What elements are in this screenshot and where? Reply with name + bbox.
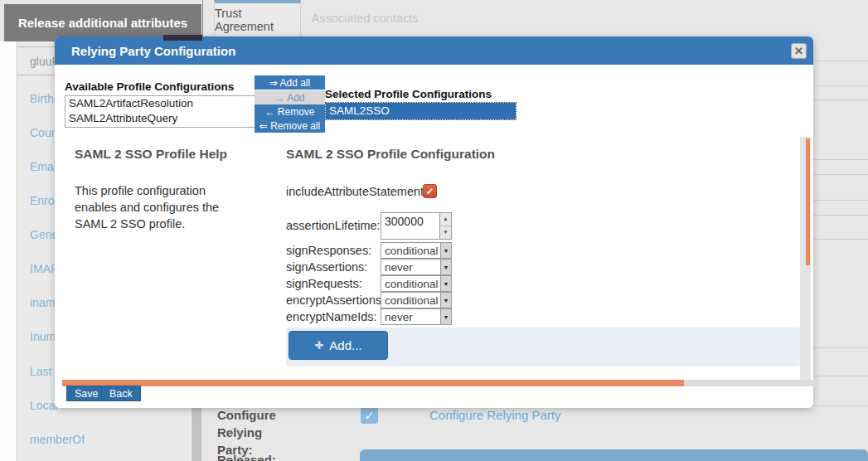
include-attribute-statement-checkbox[interactable]: ✓ [423,184,437,198]
dialog-titlebar[interactable]: Relying Party Configuration [55,36,813,65]
check-icon: ✓ [425,186,434,197]
back-button[interactable]: Back [101,386,141,401]
spinner-buttons: ▲ ▼ [439,213,451,239]
screen: Release additional attributes Trust Agre… [0,0,868,461]
chevron-down-icon[interactable]: ▼ [440,309,451,324]
close-icon[interactable]: ✕ [791,43,807,59]
list-item-saml2attributequery[interactable]: SAML2AttributeQuery [65,111,257,126]
chevron-down-icon[interactable]: ▼ [440,276,451,291]
sign-requests-label: signRequests: [286,277,362,290]
remove-all-button[interactable]: ⇐ Remove all [255,119,325,133]
remove-button[interactable]: ← Remove [255,104,325,119]
encrypt-assertions-label: encryptAssertions: [286,294,385,307]
assertion-lifetime-value[interactable]: 300000 [381,213,439,239]
configure-relying-party-label: Configure Relying Party: [217,406,300,459]
sign-responses-select[interactable]: conditional ▼ [381,242,452,259]
chevron-down-icon[interactable]: ▼ [440,260,451,274]
add-all-button[interactable]: ⇒ Add all [255,75,325,90]
plus-icon: ✚ [314,339,323,352]
select-bleed-artifact [163,35,202,41]
content-left-border [202,0,203,36]
configure-relying-party-checkbox[interactable]: ✓ [361,406,378,424]
spinner-up-icon[interactable]: ▲ [440,213,451,226]
sign-requests-value: conditional [385,277,439,291]
sign-assertions-value: never [385,260,413,274]
horizontal-scrollbar[interactable] [62,380,817,386]
profile-configuration-title: SAML 2 SSO Profile Configuration [286,147,495,162]
page-left-margin [0,41,17,461]
encrypt-nameids-label: encryptNameIds: [286,310,377,323]
relying-party-configuration-dialog: Relying Party Configuration ✕ Available … [55,36,813,408]
profile-help-text: This profile configuration enables and c… [75,182,236,232]
spinner-down-icon[interactable]: ▼ [440,226,451,240]
configure-relying-party-link[interactable]: Configure Relying Party [429,408,560,422]
sign-responses-label: signResponses: [286,244,371,257]
chevron-down-icon[interactable]: ▼ [440,293,451,308]
encrypt-nameids-select[interactable]: never ▼ [381,308,452,325]
encrypt-assertions-select[interactable]: conditional ▼ [381,292,452,308]
available-profiles-listbox[interactable]: SAML2ArtifactResolution SAML2AttributeQu… [65,95,258,128]
profile-help-title: SAML 2 SSO Profile Help [75,147,227,162]
vertical-scrollbar-thumb[interactable] [806,138,810,265]
assertion-lifetime-spinner[interactable]: 300000 ▲ ▼ [381,212,452,240]
horizontal-scrollbar-thumb[interactable] [62,380,684,386]
chevron-down-icon[interactable]: ▼ [440,243,451,258]
assertion-lifetime-label: assertionLifetime: [286,219,381,232]
add-button-label: Add... [329,338,361,352]
sign-assertions-select[interactable]: never ▼ [381,259,452,275]
sign-assertions-label: signAssertions: [286,260,367,274]
released-list-bar[interactable] [360,449,868,461]
include-attribute-statement-label: includeAttributeStatement: [286,185,427,198]
sign-requests-select[interactable]: conditional ▼ [381,275,452,292]
add-extension-panel: ✚ Add... [286,328,800,366]
tab-trust-agreement[interactable]: Trust Agreement [214,0,301,36]
released-label: Released: [217,453,276,461]
vertical-scrollbar[interactable] [800,137,811,380]
encrypt-nameids-value: never [385,310,413,324]
sidebar-item-memberof[interactable]: memberOf [30,433,187,448]
sign-responses-value: conditional [385,244,439,258]
selected-profiles-listbox[interactable]: SAML2SSO [325,102,516,120]
tab-associated-contacts[interactable]: Associated contacts [304,0,425,36]
add-button[interactable]: → Add [255,90,325,104]
encrypt-assertions-value: conditional [385,294,439,308]
selected-profiles-label: Selected Profile Configurations [325,88,492,100]
check-icon: ✓ [365,409,375,422]
list-item-saml2sso-selected[interactable]: SAML2SSO [326,103,516,119]
available-profiles-label: Available Profile Configurations [65,80,234,93]
list-item-saml2artifactresolution[interactable]: SAML2ArtifactResolution [65,96,257,111]
add-extension-button[interactable]: ✚ Add... [289,331,388,360]
dialog-title: Relying Party Configuration [71,44,235,58]
